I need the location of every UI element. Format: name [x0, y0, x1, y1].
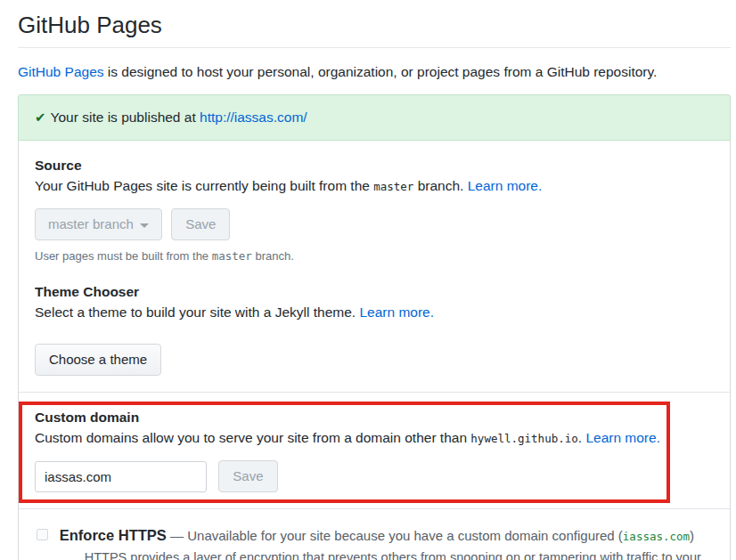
branch-select[interactable]: master branch — [35, 208, 162, 240]
enforce-https-heading: Enforce HTTPS — [60, 527, 167, 543]
dropdown-caret-icon — [140, 223, 149, 228]
intro-paragraph: GitHub Pages is designed to host your pe… — [18, 64, 731, 80]
custom-domain-desc-text: Custom domains allow you to serve your s… — [35, 430, 470, 445]
source-description: Your GitHub Pages site is currently bein… — [35, 178, 714, 194]
custom-domain-save-button[interactable]: Save — [218, 460, 277, 492]
theme-chooser-heading: Theme Chooser — [35, 284, 714, 300]
https-unavailable-close: ) — [690, 528, 694, 543]
custom-domain-heading: Custom domain — [35, 410, 714, 426]
master-branch-code: master — [373, 180, 413, 193]
theme-chooser-block: Theme Chooser Select a theme to build yo… — [35, 284, 714, 376]
banner-text: Your site is published at — [51, 110, 200, 125]
source-save-button[interactable]: Save — [171, 208, 230, 240]
enforce-https-label: Enforce HTTPS — Unavailable for your sit… — [48, 526, 714, 560]
choose-theme-button[interactable]: Choose a theme — [35, 344, 161, 376]
source-note: User pages must be built from the master… — [35, 249, 714, 263]
custom-domain-section: Custom domain Custom domains allow you t… — [19, 392, 730, 508]
theme-desc-text: Select a theme to build your site with a… — [35, 304, 359, 320]
source-controls-row: master branch Save — [35, 208, 714, 240]
github-pages-link[interactable]: GitHub Pages — [18, 64, 104, 79]
github-io-domain-code: hywell.github.io — [470, 432, 577, 445]
page-title: GitHub Pages — [18, 0, 731, 48]
source-learn-more-link[interactable]: Learn more. — [468, 178, 543, 193]
published-banner: ✔Your site is published at http://iassas… — [18, 94, 731, 141]
source-note-text-after: branch. — [252, 249, 294, 263]
branch-select-label: master branch — [48, 216, 134, 231]
custom-domain-input[interactable] — [35, 461, 207, 492]
intro-text: is designed to host your personal, organ… — [104, 64, 658, 79]
custom-domain-controls-row: Save — [35, 460, 714, 492]
source-desc-text-after: branch. — [413, 178, 467, 193]
enforce-https-checkbox[interactable] — [37, 529, 48, 540]
https-unavailable-text: — Unavailable for your site because you … — [167, 528, 623, 543]
theme-description: Select a theme to build your site with a… — [35, 304, 714, 321]
theme-learn-more-link[interactable]: Learn more. — [359, 304, 434, 320]
source-note-text: User pages must be built from the — [35, 249, 212, 263]
master-branch-note-code: master — [212, 249, 252, 263]
https-description: HTTPS provides a layer of encryption tha… — [85, 548, 714, 560]
published-site-link[interactable]: http://iassas.com/ — [200, 110, 307, 125]
custom-domain-learn-more-link[interactable]: Learn more. — [585, 430, 660, 445]
custom-domain-description: Custom domains allow you to serve your s… — [35, 430, 714, 446]
github-pages-settings-page: GitHub Pages GitHub Pages is designed to… — [0, 0, 736, 560]
check-icon: ✔ — [35, 110, 46, 125]
source-desc-text: Your GitHub Pages site is currently bein… — [35, 178, 373, 193]
source-and-theme-section: Source Your GitHub Pages site is current… — [19, 141, 730, 392]
source-heading: Source — [35, 158, 714, 174]
enforce-https-section: Enforce HTTPS — Unavailable for your sit… — [19, 508, 730, 560]
configured-domain-code: iassas.com — [623, 530, 690, 543]
settings-box: Source Your GitHub Pages site is current… — [18, 141, 731, 560]
